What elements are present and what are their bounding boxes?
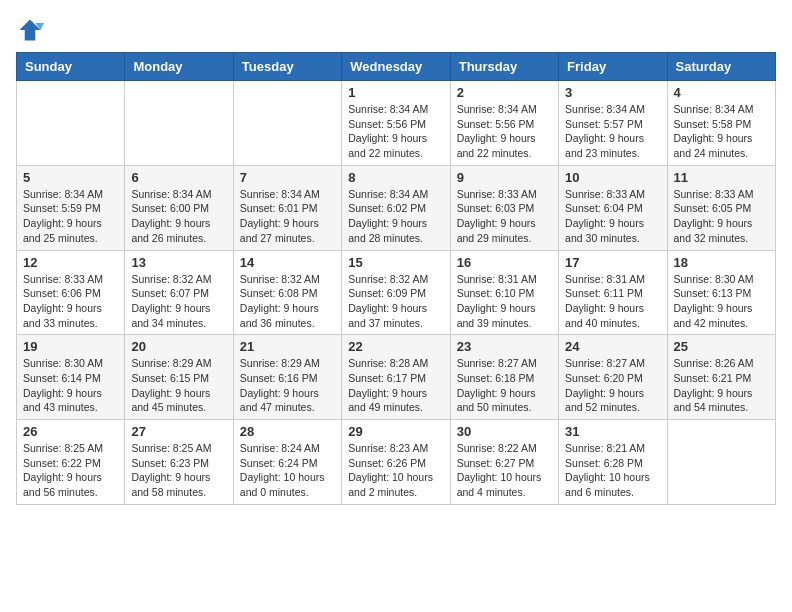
cell-line: Sunset: 5:58 PM — [674, 118, 752, 130]
calendar-cell: 29Sunrise: 8:23 AMSunset: 6:26 PMDayligh… — [342, 420, 450, 505]
cell-line: Daylight: 9 hours — [131, 387, 210, 399]
cell-line: Sunset: 6:10 PM — [457, 287, 535, 299]
day-number: 1 — [348, 85, 443, 100]
cell-line: and 43 minutes. — [23, 401, 98, 413]
cell-line: Sunset: 5:57 PM — [565, 118, 643, 130]
cell-line: Daylight: 10 hours — [348, 471, 433, 483]
cell-content: Sunrise: 8:23 AMSunset: 6:26 PMDaylight:… — [348, 441, 443, 500]
calendar-week-row: 26Sunrise: 8:25 AMSunset: 6:22 PMDayligh… — [17, 420, 776, 505]
cell-content: Sunrise: 8:22 AMSunset: 6:27 PMDaylight:… — [457, 441, 552, 500]
day-number: 25 — [674, 339, 769, 354]
cell-content: Sunrise: 8:25 AMSunset: 6:23 PMDaylight:… — [131, 441, 226, 500]
day-number: 6 — [131, 170, 226, 185]
cell-line: Sunrise: 8:30 AM — [23, 357, 103, 369]
cell-content: Sunrise: 8:32 AMSunset: 6:08 PMDaylight:… — [240, 272, 335, 331]
calendar-table: SundayMondayTuesdayWednesdayThursdayFrid… — [16, 52, 776, 505]
day-number: 18 — [674, 255, 769, 270]
cell-line: Sunrise: 8:32 AM — [131, 273, 211, 285]
cell-line: Sunset: 6:06 PM — [23, 287, 101, 299]
cell-content: Sunrise: 8:34 AMSunset: 6:02 PMDaylight:… — [348, 187, 443, 246]
cell-content: Sunrise: 8:26 AMSunset: 6:21 PMDaylight:… — [674, 356, 769, 415]
cell-line: Daylight: 10 hours — [565, 471, 650, 483]
calendar-week-row: 5Sunrise: 8:34 AMSunset: 5:59 PMDaylight… — [17, 165, 776, 250]
calendar-cell: 7Sunrise: 8:34 AMSunset: 6:01 PMDaylight… — [233, 165, 341, 250]
day-number: 5 — [23, 170, 118, 185]
day-number: 17 — [565, 255, 660, 270]
day-number: 20 — [131, 339, 226, 354]
cell-line: and 56 minutes. — [23, 486, 98, 498]
calendar-cell — [125, 81, 233, 166]
cell-line: Sunset: 6:02 PM — [348, 202, 426, 214]
cell-line: Sunrise: 8:34 AM — [240, 188, 320, 200]
cell-content: Sunrise: 8:21 AMSunset: 6:28 PMDaylight:… — [565, 441, 660, 500]
day-number: 16 — [457, 255, 552, 270]
day-number: 23 — [457, 339, 552, 354]
cell-line: Sunset: 6:00 PM — [131, 202, 209, 214]
cell-line: and 33 minutes. — [23, 317, 98, 329]
cell-line: Sunrise: 8:29 AM — [240, 357, 320, 369]
calendar-cell: 15Sunrise: 8:32 AMSunset: 6:09 PMDayligh… — [342, 250, 450, 335]
calendar-cell: 23Sunrise: 8:27 AMSunset: 6:18 PMDayligh… — [450, 335, 558, 420]
cell-line: and 22 minutes. — [348, 147, 423, 159]
cell-line: Sunrise: 8:34 AM — [457, 103, 537, 115]
cell-line: Daylight: 9 hours — [131, 471, 210, 483]
cell-line: and 40 minutes. — [565, 317, 640, 329]
calendar-week-row: 12Sunrise: 8:33 AMSunset: 6:06 PMDayligh… — [17, 250, 776, 335]
cell-line: Daylight: 9 hours — [674, 302, 753, 314]
cell-line: Sunset: 6:22 PM — [23, 457, 101, 469]
cell-line: Sunset: 6:04 PM — [565, 202, 643, 214]
cell-line: Sunset: 5:56 PM — [457, 118, 535, 130]
cell-line: and 49 minutes. — [348, 401, 423, 413]
day-number: 22 — [348, 339, 443, 354]
cell-content: Sunrise: 8:34 AMSunset: 5:59 PMDaylight:… — [23, 187, 118, 246]
cell-line: and 0 minutes. — [240, 486, 309, 498]
cell-line: Sunset: 6:13 PM — [674, 287, 752, 299]
calendar-cell: 19Sunrise: 8:30 AMSunset: 6:14 PMDayligh… — [17, 335, 125, 420]
cell-content: Sunrise: 8:32 AMSunset: 6:09 PMDaylight:… — [348, 272, 443, 331]
cell-line: and 50 minutes. — [457, 401, 532, 413]
cell-line: Daylight: 9 hours — [23, 217, 102, 229]
day-number: 4 — [674, 85, 769, 100]
calendar-cell — [667, 420, 775, 505]
cell-line: and 42 minutes. — [674, 317, 749, 329]
day-number: 19 — [23, 339, 118, 354]
cell-line: Sunrise: 8:34 AM — [348, 188, 428, 200]
cell-line: and 2 minutes. — [348, 486, 417, 498]
calendar-cell: 3Sunrise: 8:34 AMSunset: 5:57 PMDaylight… — [559, 81, 667, 166]
calendar-cell: 11Sunrise: 8:33 AMSunset: 6:05 PMDayligh… — [667, 165, 775, 250]
cell-line: Sunset: 6:26 PM — [348, 457, 426, 469]
cell-line: Sunrise: 8:27 AM — [457, 357, 537, 369]
calendar-cell: 6Sunrise: 8:34 AMSunset: 6:00 PMDaylight… — [125, 165, 233, 250]
calendar-cell: 1Sunrise: 8:34 AMSunset: 5:56 PMDaylight… — [342, 81, 450, 166]
calendar-cell: 13Sunrise: 8:32 AMSunset: 6:07 PMDayligh… — [125, 250, 233, 335]
cell-line: Sunrise: 8:29 AM — [131, 357, 211, 369]
day-of-week-header: Friday — [559, 53, 667, 81]
cell-line: Daylight: 9 hours — [674, 132, 753, 144]
cell-line: Sunset: 5:59 PM — [23, 202, 101, 214]
calendar-cell: 26Sunrise: 8:25 AMSunset: 6:22 PMDayligh… — [17, 420, 125, 505]
cell-line: Sunset: 6:20 PM — [565, 372, 643, 384]
cell-line: Daylight: 9 hours — [240, 387, 319, 399]
cell-line: Daylight: 9 hours — [131, 217, 210, 229]
day-number: 15 — [348, 255, 443, 270]
cell-line: and 30 minutes. — [565, 232, 640, 244]
calendar-cell: 20Sunrise: 8:29 AMSunset: 6:15 PMDayligh… — [125, 335, 233, 420]
calendar-cell — [17, 81, 125, 166]
cell-line: Sunset: 6:09 PM — [348, 287, 426, 299]
cell-line: and 54 minutes. — [674, 401, 749, 413]
cell-line: and 27 minutes. — [240, 232, 315, 244]
calendar-header-row: SundayMondayTuesdayWednesdayThursdayFrid… — [17, 53, 776, 81]
calendar-week-row: 19Sunrise: 8:30 AMSunset: 6:14 PMDayligh… — [17, 335, 776, 420]
day-number: 29 — [348, 424, 443, 439]
cell-line: Sunset: 6:08 PM — [240, 287, 318, 299]
cell-content: Sunrise: 8:30 AMSunset: 6:14 PMDaylight:… — [23, 356, 118, 415]
cell-line: Sunset: 6:23 PM — [131, 457, 209, 469]
cell-line: Sunset: 6:01 PM — [240, 202, 318, 214]
calendar-cell: 31Sunrise: 8:21 AMSunset: 6:28 PMDayligh… — [559, 420, 667, 505]
calendar-cell: 22Sunrise: 8:28 AMSunset: 6:17 PMDayligh… — [342, 335, 450, 420]
cell-line: Sunrise: 8:23 AM — [348, 442, 428, 454]
cell-content: Sunrise: 8:29 AMSunset: 6:15 PMDaylight:… — [131, 356, 226, 415]
cell-line: Daylight: 9 hours — [457, 217, 536, 229]
cell-content: Sunrise: 8:29 AMSunset: 6:16 PMDaylight:… — [240, 356, 335, 415]
cell-content: Sunrise: 8:34 AMSunset: 5:57 PMDaylight:… — [565, 102, 660, 161]
